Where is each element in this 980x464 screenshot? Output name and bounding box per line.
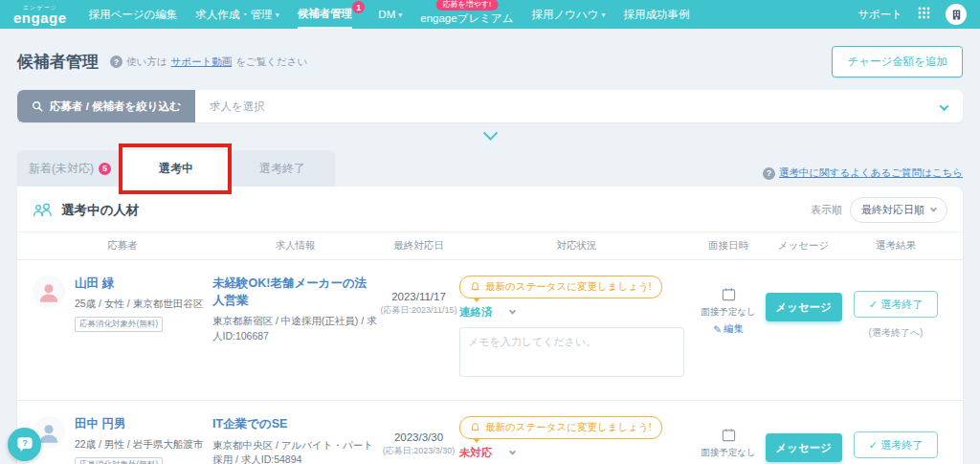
finish-selection-button[interactable]: ✓ 選考終了 bbox=[854, 431, 938, 458]
col-result: 選考結果 bbox=[844, 232, 947, 259]
tab-label: 選考中 bbox=[159, 161, 193, 177]
chevron-down-icon: ▾ bbox=[602, 11, 606, 19]
job-details: 東京都中央区 / アルバイト・パート採用 / 求人ID:54894 bbox=[212, 438, 378, 464]
edit-interview-link[interactable]: ✎ 編集 bbox=[713, 322, 744, 336]
search-icon bbox=[32, 100, 43, 112]
job-title-link[interactable]: IT企業でのSE bbox=[212, 416, 378, 433]
filter-bar: 応募者 / 候補者を絞り込む 求人を選択 bbox=[17, 90, 963, 122]
nav-item-success-cases[interactable]: 採用成功事例 bbox=[624, 0, 690, 29]
faq-link[interactable]: 選考中に関するよくあるご質問はこちら bbox=[779, 166, 963, 180]
sort-label: 表示順 bbox=[811, 203, 842, 217]
nav-item-label: 採用ノウハウ bbox=[531, 8, 598, 22]
add-charge-button[interactable]: チャージ金額を追加 bbox=[832, 46, 963, 77]
panel-title: 選考中の人材 bbox=[61, 202, 139, 219]
tab-label: 選考終了 bbox=[259, 161, 305, 177]
col-last-response: 最終対応日 bbox=[378, 232, 459, 259]
calendar-icon bbox=[722, 428, 736, 442]
candidates-panel: 選考中の人材 表示順 最終対応日順 応募者 求人情報 最終対応日 対応状況 面接… bbox=[17, 187, 963, 464]
chevron-down-icon: ▾ bbox=[276, 11, 279, 19]
tab-in-progress[interactable]: 選考中 bbox=[123, 150, 229, 187]
nav-item-knowhow[interactable]: 採用ノウハウ ▾ bbox=[531, 0, 605, 29]
status-value: 未対応 bbox=[459, 446, 493, 460]
check-icon: ✓ bbox=[869, 439, 880, 451]
nav-item-label: 採用成功事例 bbox=[624, 8, 690, 22]
nav-item-support[interactable]: サポート bbox=[858, 0, 902, 29]
message-button[interactable]: メッセージ bbox=[766, 293, 842, 321]
nav-item-label: DM bbox=[378, 9, 395, 20]
page-header: 候補者管理 ? 使い方はサポート動画をご覧ください チャージ金額を追加 bbox=[17, 46, 963, 77]
bell-icon bbox=[470, 281, 480, 293]
table-row: 山田 緑 25歳 / 女性 / 東京都世田谷区 応募消化対象外(無料) 未経験O… bbox=[17, 260, 963, 401]
svg-text:?: ? bbox=[22, 438, 27, 448]
applicant-tag: 応募消化対象外(無料) bbox=[75, 317, 163, 332]
panel-header: 選考中の人材 表示順 最終対応日順 bbox=[17, 187, 963, 232]
chat-help-button[interactable]: ? bbox=[8, 428, 41, 461]
check-icon: ✓ bbox=[869, 298, 880, 310]
status-callout: 最新のステータスに変更しましょう! bbox=[459, 416, 662, 439]
last-response-date: 2023/11/17 bbox=[378, 291, 459, 302]
nav-item-candidate-manage[interactable]: 候補者管理 1 bbox=[298, 0, 353, 29]
tabs-row: 新着(未対応) 5 選考中 選考終了 ? 選考中に関するよくあるご質問はこちら bbox=[17, 144, 963, 187]
apps-grid-icon[interactable] bbox=[918, 6, 930, 23]
col-applicant: 応募者 bbox=[33, 232, 212, 259]
help-icon: ? bbox=[110, 55, 122, 68]
building-icon bbox=[950, 9, 963, 21]
applicant-name-link[interactable]: 田中 円男 bbox=[75, 416, 203, 432]
nav-item-label: 求人作成・管理 bbox=[195, 8, 273, 22]
table-header: 応募者 求人情報 最終対応日 対応状況 面接日時 メッセージ 選考結果 bbox=[17, 232, 963, 260]
engage-logo[interactable]: エンゲージ engage bbox=[13, 5, 67, 25]
nav-item-dm[interactable]: DM ▾ bbox=[378, 0, 402, 29]
finish-label: 選考終了 bbox=[880, 439, 923, 451]
col-status: 対応状況 bbox=[459, 232, 694, 259]
col-interview: 面接日時 bbox=[694, 232, 763, 259]
job-title-link[interactable]: 未経験OK!老舗メーカーの法人営業 bbox=[212, 276, 378, 309]
message-button[interactable]: メッセージ bbox=[766, 433, 842, 462]
applied-date: (応募日:2023/3/30) bbox=[378, 445, 459, 457]
sort-dropdown[interactable]: 最終対応日順 bbox=[850, 197, 947, 223]
account-avatar[interactable] bbox=[946, 4, 967, 25]
nav-item-job-manage[interactable]: 求人作成・管理 ▾ bbox=[195, 0, 279, 29]
nav-item-label: engageプレミアム bbox=[420, 11, 513, 26]
tab-new-unhandled[interactable]: 新着(未対応) 5 bbox=[17, 150, 122, 187]
finish-label: 選考終了 bbox=[880, 298, 923, 310]
chevron-down-icon bbox=[930, 206, 937, 212]
faq-link-wrap: ? 選考中に関するよくあるご質問はこちら bbox=[763, 166, 963, 180]
col-job-info: 求人情報 bbox=[212, 232, 378, 259]
page-title: 候補者管理 bbox=[17, 51, 99, 73]
memo-input[interactable] bbox=[459, 327, 684, 377]
help-prefix: 使い方は bbox=[126, 55, 167, 69]
finish-selection-button[interactable]: ✓ 選考終了 bbox=[854, 291, 938, 318]
support-video-link[interactable]: サポート動画 bbox=[171, 55, 233, 69]
status-callout: 最新のステータスに変更しましょう! bbox=[459, 276, 662, 298]
col-message: メッセージ bbox=[763, 232, 844, 259]
status-dropdown[interactable]: 連絡済 bbox=[459, 305, 694, 320]
people-icon bbox=[33, 203, 54, 218]
status-value: 連絡済 bbox=[459, 305, 493, 320]
finish-note: (選考終了へ) bbox=[844, 326, 947, 340]
sort-value: 最終対応日順 bbox=[861, 203, 924, 217]
interview-status: 面接予定なし bbox=[694, 447, 763, 459]
chat-bubble-icon: ? bbox=[16, 436, 33, 453]
nav-item-premium[interactable]: 応募を増やす! engageプレミアム bbox=[420, 0, 513, 29]
notification-badge: 1 bbox=[352, 1, 365, 13]
applicant-details: 25歳 / 女性 / 東京都世田谷区 bbox=[75, 297, 203, 312]
top-navbar: エンゲージ engage 採用ページの編集 求人作成・管理 ▾ 候補者管理 1 … bbox=[0, 0, 980, 29]
job-select-dropdown[interactable]: 求人を選択 bbox=[210, 99, 265, 114]
job-details: 東京都新宿区 / 中途採用(正社員) / 求人ID:106687 bbox=[212, 314, 378, 344]
chevron-down-icon bbox=[508, 449, 515, 455]
nav-item-label: 候補者管理 bbox=[298, 7, 353, 21]
help-text: ? 使い方はサポート動画をご覧ください bbox=[110, 55, 307, 69]
collapse-chevron[interactable] bbox=[17, 129, 963, 143]
applied-date: (応募日:2023/11/15) bbox=[378, 304, 459, 317]
tab-finished[interactable]: 選考終了 bbox=[230, 150, 335, 187]
status-dropdown[interactable]: 未対応 bbox=[459, 446, 694, 460]
nav-item-page-edit[interactable]: 採用ページの編集 bbox=[89, 0, 178, 29]
bell-icon bbox=[470, 422, 480, 433]
chevron-down-icon[interactable] bbox=[941, 98, 947, 115]
applicant-details: 22歳 / 男性 / 岩手県大船渡市 bbox=[75, 437, 203, 453]
applicant-name-link[interactable]: 山田 緑 bbox=[75, 276, 203, 292]
nav-item-label: 採用ページの編集 bbox=[89, 8, 178, 22]
tab-label: 新着(未対応) bbox=[29, 161, 94, 177]
filter-candidates-button[interactable]: 応募者 / 候補者を絞り込む bbox=[17, 90, 195, 122]
help-suffix: をご覧ください bbox=[235, 55, 307, 69]
